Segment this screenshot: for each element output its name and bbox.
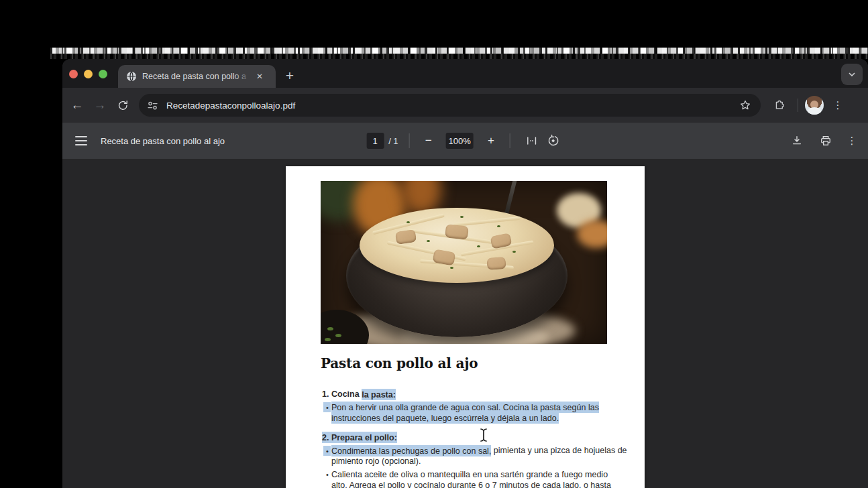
photo-pasta bbox=[360, 208, 554, 283]
selected-text: Condimenta las pechugas de pollo con sal… bbox=[331, 445, 491, 456]
forward-button[interactable]: → bbox=[89, 94, 111, 117]
step-number: 1. bbox=[321, 389, 331, 400]
toolbar-divider bbox=[510, 133, 510, 148]
bullet-icon: • bbox=[321, 403, 331, 424]
rotate-button[interactable] bbox=[543, 130, 564, 151]
close-window-button[interactable] bbox=[69, 70, 78, 78]
bookmark-button[interactable] bbox=[737, 97, 754, 114]
torn-edge-fuzz bbox=[50, 54, 868, 59]
globe-favicon-icon bbox=[126, 71, 137, 82]
tab-title: Receta de pasta con pollo a bbox=[142, 72, 251, 81]
pdf-sidebar-toggle-button[interactable] bbox=[70, 129, 93, 152]
step-2-heading[interactable]: 2. Prepara el pollo: bbox=[321, 433, 636, 444]
pdf-viewport[interactable]: Pasta con pollo al ajo 1. Cocina la past… bbox=[62, 159, 868, 488]
download-icon bbox=[790, 134, 804, 147]
step-2-bullet-2[interactable]: • Calienta aceite de oliva o mantequilla… bbox=[321, 470, 636, 488]
selected-text: la pasta: bbox=[362, 389, 396, 400]
pdf-page-zoom-controls: 1 / 1 − 100% + bbox=[366, 123, 564, 159]
back-button[interactable]: ← bbox=[66, 94, 89, 117]
navigation-toolbar: ← → Recetadepastaconpolloalajo.pdf bbox=[62, 88, 868, 123]
recipe-photo bbox=[321, 181, 607, 344]
recipe-title: Pasta con pollo al ajo bbox=[321, 355, 478, 371]
active-tab[interactable]: Receta de pasta con pollo a ✕ bbox=[118, 65, 276, 88]
bookmark-star-icon bbox=[739, 99, 752, 112]
reload-icon bbox=[117, 99, 129, 112]
photo-bread bbox=[577, 220, 607, 248]
zoom-in-button[interactable]: + bbox=[483, 133, 499, 149]
step-1-heading[interactable]: 1. Cocina la pasta: bbox=[321, 389, 636, 400]
page-count-label: / 1 bbox=[388, 136, 398, 146]
url-text[interactable]: Recetadepastaconpolloalajo.pdf bbox=[166, 101, 737, 111]
pdf-document-title: Receta de pasta con pollo al ajo bbox=[101, 136, 225, 146]
page-number-input[interactable]: 1 bbox=[366, 133, 384, 149]
print-button[interactable] bbox=[815, 130, 836, 151]
browser-menu-button[interactable]: ⋮ bbox=[829, 97, 847, 114]
zoom-level-input[interactable]: 100% bbox=[446, 133, 474, 149]
bullet-icon: • bbox=[321, 470, 331, 488]
torn-edge-decoration bbox=[50, 48, 868, 54]
pdf-toolbar: Receta de pasta con pollo al ajo 1 / 1 −… bbox=[62, 123, 868, 159]
text-ibeam-cursor bbox=[480, 428, 488, 445]
pdf-more-button[interactable]: ⋮ bbox=[844, 133, 860, 149]
selected-text: 2. Prepara el pollo: bbox=[322, 432, 397, 443]
screenshot-stage: Receta de pasta con pollo a ✕ + ← → bbox=[0, 0, 868, 488]
browser-window: Receta de pasta con pollo a ✕ + ← → bbox=[62, 59, 868, 488]
bullet-icon: • bbox=[321, 446, 331, 467]
rotate-icon bbox=[547, 134, 560, 147]
print-icon bbox=[819, 134, 832, 147]
download-button[interactable] bbox=[786, 130, 808, 151]
pdf-page[interactable]: Pasta con pollo al ajo 1. Cocina la past… bbox=[286, 166, 645, 488]
pdf-action-buttons: ⋮ bbox=[786, 123, 860, 159]
extensions-button[interactable] bbox=[768, 94, 791, 117]
back-icon: ← bbox=[71, 98, 84, 113]
new-tab-button[interactable]: + bbox=[280, 66, 300, 86]
chevron-down-icon bbox=[847, 69, 857, 80]
menu-icon bbox=[75, 136, 87, 137]
zoom-window-button[interactable] bbox=[99, 70, 107, 78]
zoom-out-button[interactable]: − bbox=[421, 133, 437, 149]
minimize-window-button[interactable] bbox=[84, 70, 93, 78]
toolbar-divider bbox=[798, 99, 798, 112]
fit-width-icon bbox=[525, 134, 539, 147]
step-1-bullet[interactable]: • Pon a hervir una olla grande de agua c… bbox=[321, 403, 636, 424]
toolbar-divider bbox=[409, 133, 410, 148]
site-settings-tune-icon[interactable] bbox=[147, 100, 158, 111]
recipe-steps: 1. Cocina la pasta: • Pon a hervir una o… bbox=[321, 389, 636, 488]
window-traffic-lights bbox=[69, 70, 107, 78]
profile-avatar[interactable] bbox=[805, 96, 824, 115]
forward-icon: → bbox=[94, 98, 107, 113]
address-bar[interactable]: Recetadepastaconpolloalajo.pdf bbox=[139, 94, 761, 117]
extensions-puzzle-icon bbox=[773, 99, 786, 112]
step-2-bullet-1[interactable]: • Condimenta las pechugas de pollo con s… bbox=[321, 446, 636, 467]
fit-width-button[interactable] bbox=[521, 130, 543, 151]
tab-strip: Receta de pasta con pollo a ✕ + bbox=[62, 59, 868, 88]
tab-close-icon[interactable]: ✕ bbox=[254, 70, 266, 82]
reload-button[interactable] bbox=[111, 94, 134, 117]
selected-text: instrucciones del paquete, luego escúrre… bbox=[331, 412, 559, 424]
selected-text: Pon a hervir una olla grande de agua con… bbox=[331, 402, 599, 413]
tab-search-button[interactable] bbox=[841, 64, 863, 85]
